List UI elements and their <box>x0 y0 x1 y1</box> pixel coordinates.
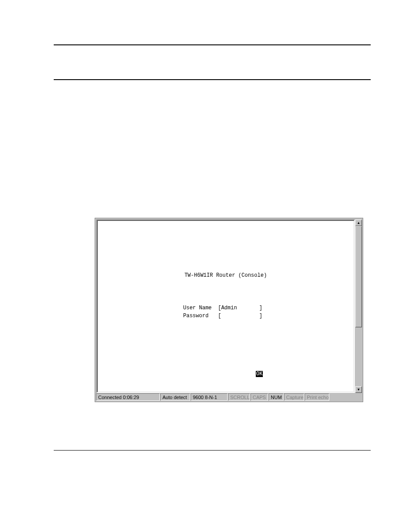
status-baud: 9600 8-N-1 <box>191 393 228 401</box>
password-label: Password <box>183 313 209 319</box>
status-bar: Connected 0:06:29 Auto detect 9600 8-N-1… <box>96 393 362 401</box>
scroll-up-icon[interactable]: ▲ <box>355 220 362 226</box>
status-num: NUM <box>269 393 284 401</box>
horizontal-rule-bottom <box>54 450 371 451</box>
username-label: User Name <box>183 305 212 311</box>
username-input[interactable]: Admin <box>221 305 237 311</box>
horizontal-rule-mid <box>54 79 371 80</box>
status-connected: Connected 0:06:29 <box>96 393 160 401</box>
ok-button[interactable]: OK <box>256 371 263 377</box>
status-caps: CAPS <box>251 393 268 401</box>
terminal-content: TW-H6W1IR Router (Console) User Name [Ad… <box>96 220 355 393</box>
terminal-window: TW-H6W1IR Router (Console) User Name [Ad… <box>95 218 363 402</box>
status-capture: Capture <box>284 393 304 401</box>
status-scroll: SCROLL <box>228 393 250 401</box>
terminal-title: TW-H6W1IR Router (Console) <box>97 272 354 278</box>
vertical-scrollbar[interactable]: ▲ ▼ <box>355 220 362 393</box>
status-printecho: Print echo <box>305 393 329 401</box>
scroll-down-icon[interactable]: ▼ <box>355 386 362 393</box>
login-form: User Name [Admin ] Password [ ] <box>183 304 262 320</box>
status-autodetect: Auto detect <box>160 393 190 401</box>
scrollbar-thumb[interactable] <box>355 226 362 327</box>
horizontal-rule-top <box>54 44 371 45</box>
